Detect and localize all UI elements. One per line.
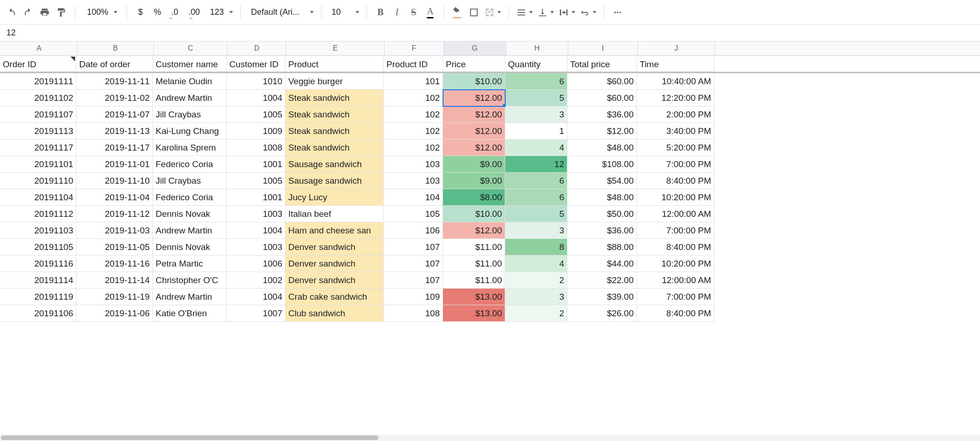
cell[interactable]: 2 (505, 272, 567, 289)
cell[interactable]: Crab cake sandwich (286, 289, 384, 305)
column-header-C[interactable]: C (154, 41, 228, 55)
cell[interactable]: Dennis Novak (153, 239, 227, 255)
cell[interactable]: 2019-11-02 (76, 90, 153, 106)
cell[interactable]: 4 (505, 139, 567, 156)
cell[interactable]: 103 (384, 156, 443, 173)
cell[interactable]: 20191117 (0, 139, 76, 156)
cell[interactable]: 2019-11-11 (76, 73, 153, 90)
column-header-I[interactable]: I (568, 41, 638, 55)
cell[interactable]: $26.00 (567, 305, 637, 322)
cell[interactable]: $8.00 (443, 189, 505, 206)
cell[interactable]: 20191114 (0, 272, 76, 289)
cell[interactable]: $12.00 (443, 139, 505, 156)
cell[interactable]: Jill Craybas (153, 106, 227, 123)
cell[interactable]: 20191103 (0, 222, 76, 239)
more-options-button[interactable] (610, 5, 625, 20)
cell[interactable]: $60.00 (567, 90, 637, 106)
cell[interactable]: 3 (505, 106, 567, 123)
cell[interactable]: Federico Coria (153, 156, 227, 173)
cell[interactable]: 105 (384, 206, 443, 222)
spreadsheet-grid[interactable]: Order IDDate of orderCustomer nameCustom… (0, 56, 980, 322)
cell[interactable]: $12.00 (443, 90, 505, 106)
cell[interactable]: $48.00 (567, 189, 637, 206)
horizontal-align-dropdown[interactable] (514, 5, 535, 20)
cell[interactable]: 8 (505, 239, 567, 255)
strikethrough-button[interactable]: S (406, 5, 421, 20)
cell[interactable]: $13.00 (443, 289, 505, 305)
cell[interactable]: 20191104 (0, 189, 76, 206)
cell[interactable]: 1005 (227, 173, 286, 189)
header-cell[interactable]: Time (637, 56, 714, 72)
cell[interactable]: 20191110 (0, 173, 76, 189)
cell[interactable]: Sausage sandwich (286, 173, 384, 189)
cell[interactable]: 2019-11-12 (76, 206, 153, 222)
font-size-dropdown[interactable]: 10 (327, 5, 361, 20)
cell[interactable]: 8:40:00 PM (637, 173, 714, 189)
cell[interactable]: Andrew Martin (153, 289, 227, 305)
cell[interactable]: 12:00:00 AM (637, 272, 714, 289)
cell[interactable]: 8:40:00 PM (637, 239, 714, 255)
fill-color-button[interactable] (449, 5, 465, 20)
cell[interactable]: $9.00 (443, 173, 505, 189)
cell[interactable]: 20191107 (0, 106, 76, 123)
cell[interactable]: $44.00 (567, 255, 637, 272)
column-header-H[interactable]: H (506, 41, 568, 55)
cell[interactable]: $22.00 (567, 272, 637, 289)
cell[interactable]: $48.00 (567, 139, 637, 156)
borders-button[interactable] (466, 5, 482, 20)
font-family-dropdown[interactable]: Default (Ari... (246, 5, 315, 20)
vertical-align-dropdown[interactable] (536, 5, 556, 20)
cell[interactable]: 5:20:00 PM (637, 139, 714, 156)
cell[interactable]: 2019-11-06 (76, 305, 153, 322)
cell[interactable]: $9.00 (443, 156, 505, 173)
cell[interactable]: 20191112 (0, 206, 76, 222)
text-rotation-dropdown[interactable] (578, 5, 598, 20)
cell[interactable]: 2019-11-17 (76, 139, 153, 156)
cell[interactable]: 109 (384, 289, 443, 305)
cell[interactable]: 2 (505, 305, 567, 322)
cell[interactable]: Karolina Sprem (153, 139, 227, 156)
cell[interactable]: 10:20:00 PM (637, 255, 714, 272)
cell[interactable]: 106 (384, 222, 443, 239)
cell[interactable]: 102 (384, 123, 443, 139)
cell[interactable]: Veggie burger (286, 73, 384, 90)
cell[interactable]: 2019-11-13 (76, 123, 153, 139)
cell[interactable]: 20191111 (0, 73, 76, 90)
cell[interactable]: $108.00 (567, 156, 637, 173)
cell[interactable]: 1010 (227, 73, 286, 90)
cell[interactable]: $12.00 (567, 123, 637, 139)
cell[interactable]: 1009 (227, 123, 286, 139)
cell[interactable]: 2019-11-19 (76, 289, 153, 305)
header-cell[interactable]: Quantity (505, 56, 567, 72)
cell[interactable]: 20191113 (0, 123, 76, 139)
cell[interactable]: 12:00:00 AM (637, 206, 714, 222)
cell[interactable]: 20191106 (0, 305, 76, 322)
text-wrap-dropdown[interactable] (557, 5, 577, 20)
header-cell[interactable]: Customer ID (227, 56, 286, 72)
cell[interactable]: Steak sandwich (286, 106, 384, 123)
cell[interactable]: 10:20:00 PM (637, 189, 714, 206)
cell[interactable]: $54.00 (567, 173, 637, 189)
cell[interactable]: 1001 (227, 156, 286, 173)
cell[interactable]: $60.00 (567, 73, 637, 90)
redo-button[interactable] (20, 5, 36, 20)
header-cell[interactable]: Product ID (384, 56, 443, 72)
cell[interactable]: Denver sandwich (286, 239, 384, 255)
cell[interactable]: 2019-11-14 (76, 272, 153, 289)
italic-button[interactable]: I (389, 5, 405, 20)
cell[interactable]: Dennis Novak (153, 206, 227, 222)
cell[interactable]: 103 (384, 173, 443, 189)
cell[interactable]: Steak sandwich (286, 123, 384, 139)
cell[interactable]: Federico Coria (153, 189, 227, 206)
cell[interactable]: 5 (505, 206, 567, 222)
cell[interactable]: 20191105 (0, 239, 76, 255)
format-currency-button[interactable]: $ (133, 5, 148, 20)
cell[interactable]: 6 (505, 173, 567, 189)
cell[interactable]: 1 (505, 123, 567, 139)
cell[interactable]: 4 (505, 255, 567, 272)
cell[interactable]: $11.00 (443, 255, 505, 272)
cell[interactable]: Italian beef (286, 206, 384, 222)
cell[interactable]: 102 (384, 90, 443, 106)
cell[interactable]: 2019-11-16 (76, 255, 153, 272)
cell[interactable]: 107 (384, 255, 443, 272)
